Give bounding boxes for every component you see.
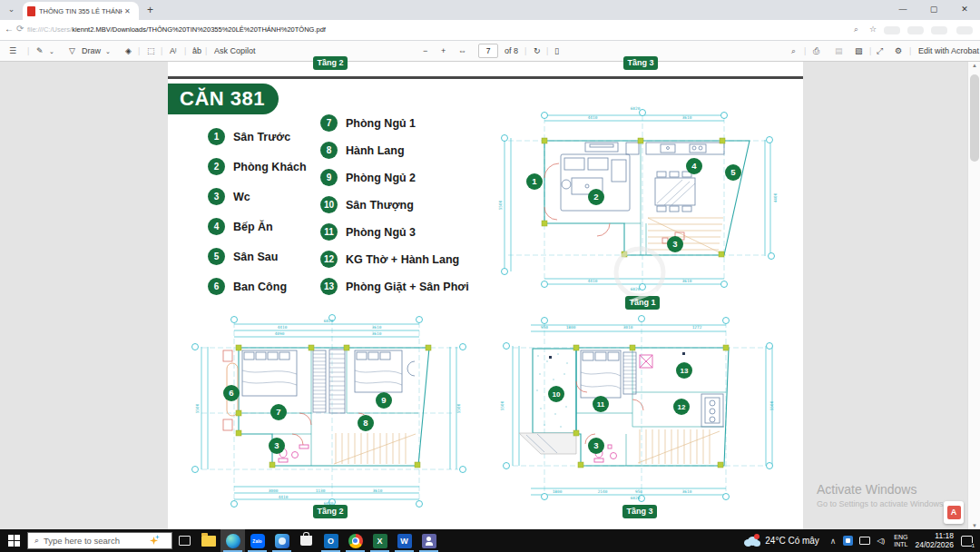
save-as-icon[interactable]: ▧ bbox=[855, 44, 863, 58]
browser-menu-icon[interactable] bbox=[956, 26, 973, 34]
settings-gear-icon[interactable]: ⚙ bbox=[895, 44, 902, 58]
tab-search-chevron-icon[interactable]: ⌄ bbox=[4, 3, 19, 17]
legend-number-badge: 12 bbox=[320, 251, 338, 268]
language-indicator[interactable]: ENG INTL bbox=[894, 534, 907, 548]
scrollbar-thumb[interactable] bbox=[970, 74, 979, 162]
pdf-viewport[interactable] bbox=[0, 62, 967, 529]
scroll-up-icon[interactable]: ▲ bbox=[968, 63, 980, 68]
teams-icon bbox=[422, 534, 436, 548]
fit-to-width-icon[interactable]: ⇔ bbox=[458, 44, 466, 58]
taskbar-app-file-explorer[interactable] bbox=[196, 529, 220, 552]
highlighter-icon[interactable]: ✎ bbox=[36, 44, 44, 58]
legend-item: 12KG Thờ + Hành Lang bbox=[320, 251, 469, 268]
search-document-icon[interactable]: ⌕ bbox=[791, 44, 796, 58]
scroll-down-icon[interactable]: ▼ bbox=[968, 523, 980, 528]
zalo-icon: Zalo bbox=[250, 534, 265, 548]
browser-tab[interactable]: THÔNG TIN 355 LÊ THÁNH TÔNG ✕ bbox=[23, 2, 139, 20]
taskbar-app-photos[interactable] bbox=[270, 529, 294, 552]
legend-item: 9Phòng Ngủ 2 bbox=[320, 169, 469, 186]
clock[interactable]: 11:18 24/02/2026 bbox=[915, 532, 954, 549]
favorites-star-icon[interactable]: ☆ bbox=[869, 25, 877, 34]
taskbar-search-input[interactable]: ⌕ Type here to search bbox=[27, 532, 172, 549]
zoom-out-icon[interactable]: − bbox=[423, 44, 427, 58]
taskbar-app-teams[interactable] bbox=[416, 529, 441, 552]
fullscreen-icon[interactable]: ⤢ bbox=[877, 44, 883, 58]
legend-label: Bếp Ăn bbox=[233, 221, 273, 233]
legend-item: 1Sân Trước bbox=[208, 128, 307, 145]
task-view-button[interactable] bbox=[172, 533, 196, 549]
legend-label: Phòng Khách bbox=[233, 161, 307, 173]
refresh-icon[interactable]: ⟳ bbox=[16, 24, 24, 34]
address-bar: ← ⟳ file:///C:/Users/kiennt2.MBV/Downloa… bbox=[0, 20, 980, 41]
zoom-page-icon[interactable]: ⌕ bbox=[854, 25, 858, 34]
text-box-icon[interactable]: ⬚ bbox=[147, 44, 155, 58]
legend-number-badge: 9 bbox=[320, 169, 338, 186]
taskbar-app-chrome[interactable] bbox=[343, 529, 368, 552]
print-icon[interactable]: ⎙ bbox=[813, 44, 819, 58]
legend-number-badge: 4 bbox=[208, 218, 225, 235]
weather-label[interactable]: 24°C Có mây bbox=[765, 536, 819, 546]
edit-with-acrobat-button[interactable]: Edit with Acrobat bbox=[918, 44, 979, 58]
url-field[interactable]: file:///C:/Users/kiennt2.MBV/Downloads/T… bbox=[27, 25, 326, 34]
draw-chevron-icon[interactable]: ⌄ bbox=[105, 44, 111, 58]
watermark-line1: Activate Windows bbox=[817, 482, 946, 497]
taskbar-app-zalo[interactable]: Zalo bbox=[245, 529, 270, 552]
window-maximize-button[interactable]: ▢ bbox=[918, 0, 949, 20]
rotate-icon[interactable]: ↻ bbox=[534, 44, 541, 58]
legend-label: Phòng Ngủ 2 bbox=[346, 172, 416, 184]
legend-label: Sân Trước bbox=[233, 131, 290, 143]
back-icon[interactable]: ← bbox=[5, 24, 14, 34]
page-view-icon[interactable]: ▯ bbox=[554, 44, 559, 58]
draw-label[interactable]: Draw bbox=[82, 44, 101, 58]
legend-number-badge: 6 bbox=[208, 278, 225, 295]
pdf-file-icon bbox=[27, 6, 35, 16]
legend-column-1: 1Sân Trước2Phòng Khách3Wc4Bếp Ăn5Sân Sau… bbox=[208, 128, 307, 295]
zoom-in-icon[interactable]: + bbox=[441, 44, 446, 58]
word-icon: W bbox=[397, 534, 412, 548]
page-number-input[interactable]: 7 bbox=[478, 44, 498, 58]
ask-copilot-button[interactable]: Ask Copilot bbox=[214, 44, 256, 58]
notification-center-icon[interactable]: 1 bbox=[961, 536, 973, 547]
acrobat-floating-button[interactable]: A bbox=[944, 501, 964, 524]
translate-icon[interactable]: a̐b bbox=[192, 44, 201, 58]
extension-icon[interactable] bbox=[907, 26, 924, 34]
taskbar-app-outlook[interactable]: O bbox=[318, 529, 343, 552]
legend-number-badge: 7 bbox=[320, 114, 338, 132]
network-icon[interactable] bbox=[859, 537, 870, 545]
tray-chevron-icon[interactable]: ∧ bbox=[830, 537, 837, 546]
activate-windows-watermark: Activate Windows Go to Settings to activ… bbox=[817, 482, 946, 508]
watermark-line2: Go to Settings to activate Windows. bbox=[817, 499, 946, 508]
search-placeholder: Type here to search bbox=[44, 536, 120, 546]
browser-tab-bar: ⌄ THÔNG TIN 355 LÊ THÁNH TÔNG ✕ + — ▢ ✕ bbox=[0, 0, 980, 20]
highlighter-chevron-icon[interactable]: ⌄ bbox=[49, 44, 54, 58]
taskbar-app-edge[interactable] bbox=[220, 529, 245, 552]
tab-close-icon[interactable]: ✕ bbox=[124, 7, 131, 15]
taskbar-app-excel[interactable]: X bbox=[368, 529, 392, 552]
toc-icon[interactable]: ☰ bbox=[9, 44, 16, 58]
draw-icon[interactable]: ▽ bbox=[69, 44, 75, 58]
scrollbar[interactable]: ▲ ▼ bbox=[967, 62, 980, 529]
legend-number-badge: 11 bbox=[320, 223, 338, 241]
eraser-icon[interactable]: ◈ bbox=[125, 44, 132, 58]
tray-app-icon[interactable] bbox=[843, 536, 853, 546]
weather-icon[interactable] bbox=[744, 536, 760, 547]
speaker-icon[interactable]: ◁) bbox=[877, 537, 885, 545]
legend-item: 6Ban Công bbox=[208, 278, 307, 295]
floor-label-badge: Tầng 2 bbox=[313, 56, 348, 70]
search-icon: ⌕ bbox=[34, 536, 39, 546]
read-aloud-icon[interactable]: Aᵎ bbox=[170, 44, 176, 58]
new-tab-button[interactable]: + bbox=[147, 4, 153, 16]
taskbar-app-store[interactable] bbox=[294, 529, 318, 552]
screen: ⌄ THÔNG TIN 355 LÊ THÁNH TÔNG ✕ + — ▢ ✕ … bbox=[0, 0, 980, 552]
edge-icon bbox=[226, 534, 240, 548]
legend-item: 3Wc bbox=[208, 188, 307, 205]
profile-icon[interactable] bbox=[931, 26, 947, 34]
start-button[interactable] bbox=[0, 529, 27, 552]
excel-icon: X bbox=[373, 534, 387, 548]
window-close-button[interactable]: ✕ bbox=[949, 0, 980, 20]
extension-icon[interactable] bbox=[884, 26, 900, 34]
taskbar-app-word[interactable]: W bbox=[392, 529, 416, 552]
file-explorer-icon bbox=[201, 536, 216, 547]
window-minimize-button[interactable]: — bbox=[887, 0, 918, 20]
save-icon[interactable]: ▤ bbox=[835, 44, 843, 58]
